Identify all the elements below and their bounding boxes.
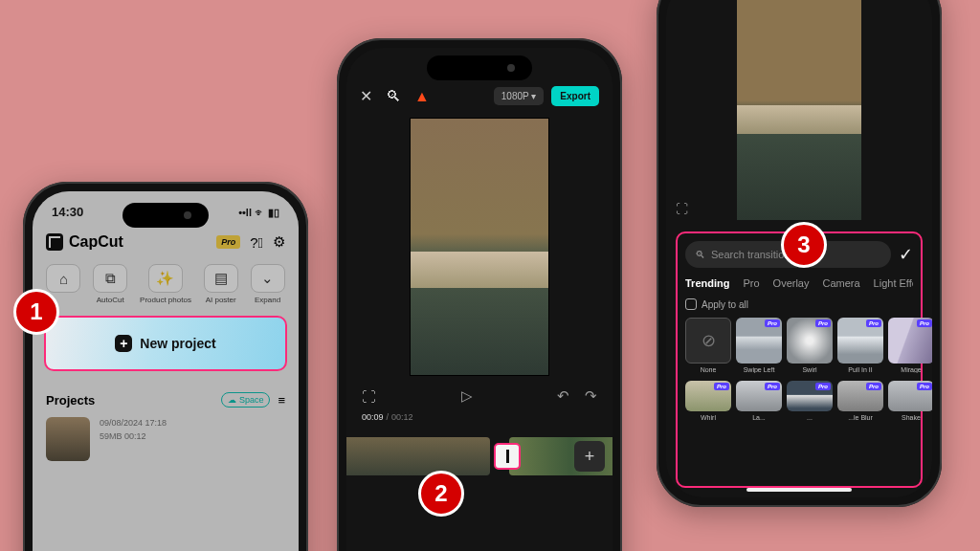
tab-light-effects[interactable]: Light Effects: [874, 277, 913, 289]
transition-tabs: Trending Pro Overlay Camera Light Effect…: [685, 277, 913, 289]
export-button[interactable]: Export: [551, 86, 599, 106]
transitions-panel: 🔍︎ Search transitions ✓ Trending Pro Ove…: [676, 231, 923, 488]
play-icon[interactable]: ▷: [461, 387, 473, 405]
tool-expand-label: Expand: [255, 296, 280, 304]
time-total: 00:12: [391, 412, 413, 422]
transition-row2b[interactable]: ProLa...: [736, 381, 782, 421]
status-time: 14:30: [52, 205, 83, 219]
tab-overlay[interactable]: Overlay: [773, 277, 810, 289]
transition-pull-in-label: Pull In II: [837, 366, 883, 373]
status-bar: 14:30 ••llᯤ▮▯: [33, 191, 299, 226]
tab-pro[interactable]: Pro: [743, 277, 759, 289]
time-indicator: 00:09 / 00:12: [346, 408, 612, 424]
transition-row2c-label: ...: [787, 414, 833, 421]
clip-1[interactable]: [346, 437, 490, 475]
tool-product-label: Product photos: [140, 296, 191, 304]
add-clip-button[interactable]: +: [574, 441, 605, 472]
transition-thumb: Pro: [837, 318, 883, 364]
transition-mirage[interactable]: ProMirage: [888, 318, 932, 373]
transition-thumb: Pro: [888, 318, 932, 364]
resolution-button[interactable]: 1080P ▾: [494, 87, 545, 105]
time-current: 00:09: [362, 412, 384, 422]
transition-row2c[interactable]: Pro...: [787, 381, 833, 421]
close-icon[interactable]: ✕: [360, 87, 372, 105]
projects-title: Projects: [46, 393, 95, 408]
tool-product-photos[interactable]: ✨Product photos: [140, 264, 191, 304]
pro-tag: Pro: [765, 320, 780, 327]
plus-icon: +: [115, 335, 132, 352]
search-icon[interactable]: 🔍︎: [386, 88, 401, 105]
transition-none-label: None: [685, 366, 731, 373]
transition-swirl[interactable]: ProSwirl: [787, 318, 833, 373]
video-preview[interactable]: [737, 0, 861, 220]
transition-row2d[interactable]: Pro...le Blur: [837, 381, 883, 421]
flame-icon[interactable]: ▲: [414, 88, 430, 105]
transition-pull-in[interactable]: ProPull In II: [837, 318, 883, 373]
apply-to-all-toggle[interactable]: Apply to all: [685, 298, 913, 310]
sort-icon[interactable]: ≡: [278, 393, 285, 408]
capcut-logo-icon: [46, 233, 63, 251]
space-label: Space: [239, 395, 264, 405]
phone-1-frame: 14:30 ••llᯤ▮▯ CapCut Pro ?⃝ ⚙ ⌂ ⧉AutoCut…: [23, 182, 308, 551]
transition-none[interactable]: ⊘None: [685, 318, 731, 373]
project-thumbnail: [46, 417, 90, 461]
transition-row2e-label: Shake: [888, 414, 932, 421]
redo-icon[interactable]: ↷: [585, 387, 597, 405]
transition-row2e[interactable]: ProShake: [888, 381, 932, 421]
new-project-button[interactable]: + New project: [44, 316, 287, 371]
timeline[interactable]: +: [346, 431, 612, 483]
undo-icon[interactable]: ↶: [557, 387, 569, 405]
transition-thumb: Pro: [837, 381, 883, 411]
poster-icon: ▤: [204, 264, 238, 293]
pro-tag: Pro: [815, 383, 831, 390]
transition-node[interactable]: [494, 443, 521, 470]
transition-thumb: Pro: [736, 381, 782, 411]
phone-2-screen: ✕ 🔍︎ ▲ 1080P ▾ Export ⛶ ▷ ↶ ↷ 00:09 / 00…: [346, 48, 612, 551]
pro-tag: Pro: [714, 383, 729, 390]
transition-thumb: Pro: [685, 381, 731, 411]
tab-trending[interactable]: Trending: [685, 277, 729, 289]
playback-controls: ⛶ ▷ ↶ ↷: [346, 376, 612, 408]
tool-expand[interactable]: ⌄Expand: [251, 264, 285, 304]
pro-tag: Pro: [815, 320, 831, 327]
pro-tag: Pro: [917, 320, 932, 327]
transition-thumb: Pro: [787, 318, 833, 364]
pro-badge[interactable]: Pro: [216, 235, 240, 249]
app-name: CapCut: [69, 233, 123, 251]
confirm-icon[interactable]: ✓: [899, 244, 913, 265]
app-header: CapCut Pro ?⃝ ⚙: [33, 226, 299, 258]
fullscreen-icon[interactable]: ⛶: [676, 202, 688, 216]
transition-row2b-label: La...: [736, 414, 782, 421]
tool-autocut[interactable]: ⧉AutoCut: [93, 264, 127, 304]
apply-to-all-label: Apply to all: [702, 299, 748, 310]
app-title: CapCut: [46, 233, 123, 251]
step-badge-2: 2: [418, 471, 464, 517]
transition-swipe-left-label: Swipe Left: [736, 366, 782, 373]
none-icon: ⊘: [685, 318, 731, 364]
project-size-duration: 59MB 00:12: [100, 430, 167, 444]
transition-thumb: Pro: [787, 381, 833, 411]
phone-1-screen: 14:30 ••llᯤ▮▯ CapCut Pro ?⃝ ⚙ ⌂ ⧉AutoCut…: [33, 191, 299, 551]
new-project-label: New project: [140, 336, 215, 351]
tool-ai-poster-label: AI poster: [206, 296, 236, 304]
project-date: 09/08/2024 17:18: [100, 417, 167, 430]
phone-2-frame: ✕ 🔍︎ ▲ 1080P ▾ Export ⛶ ▷ ↶ ↷ 00:09 / 00…: [337, 38, 622, 551]
tool-autocut-label: AutoCut: [97, 296, 124, 304]
fullscreen-icon[interactable]: ⛶: [362, 388, 376, 405]
tool-ai-poster[interactable]: ▤AI poster: [204, 264, 238, 304]
space-chip[interactable]: ☁Space: [221, 392, 271, 408]
settings-icon[interactable]: ⚙: [273, 233, 285, 251]
preview-area: ⛶: [666, 0, 932, 220]
step-badge-3: 3: [781, 222, 827, 268]
product-icon: ✨: [148, 264, 183, 293]
transition-swipe-left[interactable]: ProSwipe Left: [736, 318, 782, 373]
video-preview[interactable]: [410, 118, 549, 376]
transition-whirl[interactable]: ProWhirl: [685, 381, 731, 421]
transition-mirage-label: Mirage: [888, 366, 932, 373]
help-icon[interactable]: ?⃝: [250, 234, 263, 251]
project-meta: 09/08/2024 17:18 59MB 00:12: [100, 417, 167, 443]
autocut-icon: ⧉: [93, 264, 127, 293]
dynamic-island: [427, 55, 532, 80]
tab-camera[interactable]: Camera: [822, 277, 859, 289]
project-item[interactable]: 09/08/2024 17:18 59MB 00:12: [33, 413, 299, 465]
